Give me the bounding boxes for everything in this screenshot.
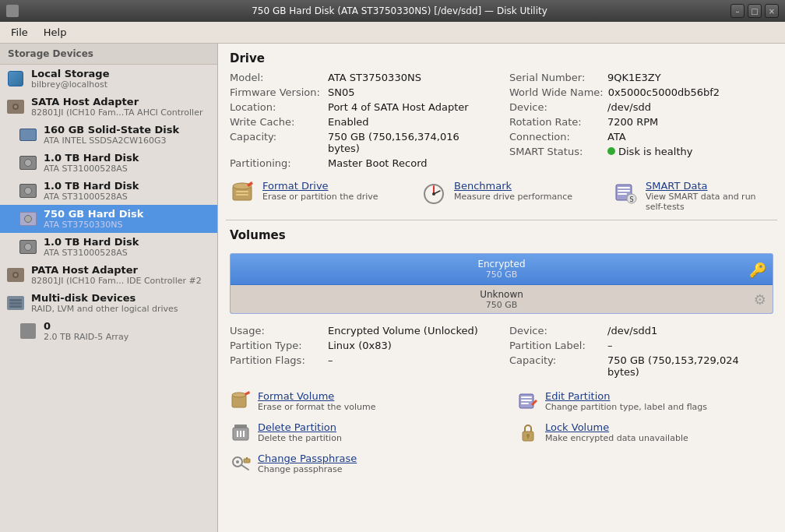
sidebar: Storage Devices Local Storage bilbrey@lo… <box>0 44 218 532</box>
location-value: Port 4 of SATA Host Adapter <box>328 101 469 113</box>
partitioning-label: Partitioning: <box>230 157 323 169</box>
format-volume-title[interactable]: Format Volume <box>258 390 375 402</box>
smart-data-title[interactable]: SMART Data <box>646 180 773 192</box>
format-drive-icon <box>230 180 255 205</box>
partition-label-row: Partition Label: – <box>509 338 773 353</box>
device-label: Device: <box>509 101 603 113</box>
svg-rect-18 <box>618 190 630 192</box>
sidebar-item-multi-disk[interactable]: Multi-disk Devices RAID, LVM and other l… <box>0 289 217 317</box>
edit-partition-action[interactable]: Edit Partition Change partition type, la… <box>517 387 773 415</box>
volume-info-grid: Usage: Encrypted Volume (Unlocked) Parti… <box>218 320 785 384</box>
location-row: Location: Port 4 of SATA Host Adapter <box>230 100 494 115</box>
svg-rect-25 <box>521 396 532 398</box>
ssd-label: 160 GB Solid-State Disk <box>44 124 179 136</box>
format-volume-icon <box>230 390 252 412</box>
delete-partition-title[interactable]: Delete Partition <box>258 421 342 433</box>
sidebar-item-hdd-1tb-2[interactable]: 1.0 TB Hard Disk ATA ST31000528AS <box>0 177 217 205</box>
svg-rect-13 <box>236 194 248 196</box>
rotation-row: Rotation Rate: 7200 RPM <box>509 115 773 129</box>
ssd-icon <box>19 125 37 144</box>
format-drive-title[interactable]: Format Drive <box>262 180 378 192</box>
benchmark-action[interactable]: Benchmark Measure drive performance <box>421 180 582 212</box>
ssd-sublabel: ATA INTEL SSDSA2CW160G3 <box>44 136 179 146</box>
usage-value: Encrypted Volume (Unlocked) <box>328 325 478 336</box>
delete-partition-desc: Delete the partition <box>258 433 342 443</box>
local-storage-text: Local Storage bilbrey@localhost <box>31 68 110 90</box>
vol-device-row: Device: /dev/sdd1 <box>509 323 773 338</box>
titlebar: 750 GB Hard Disk (ATA ST3750330NS) [/dev… <box>0 0 785 22</box>
svg-text:S: S <box>629 196 633 203</box>
device-row: Device: /dev/sdd <box>509 100 773 115</box>
sidebar-item-hdd-750[interactable]: 750 GB Hard Disk ATA ST3750330NS <box>0 205 217 233</box>
hdd-750-sublabel: ATA ST3750330NS <box>44 220 143 230</box>
drive-info-left: Model: ATA ST3750330NS Firmware Version:… <box>230 70 494 171</box>
sidebar-item-raid-0[interactable]: 0 2.0 TB RAID-5 Array <box>0 317 217 345</box>
sidebar-item-ssd-160[interactable]: 160 GB Solid-State Disk ATA INTEL SSDSA2… <box>0 121 217 149</box>
local-storage-label: Local Storage <box>31 68 110 79</box>
multi-disk-icon <box>6 294 25 312</box>
maximize-button[interactable]: □ <box>748 4 762 18</box>
outer-bar-size: 750 GB <box>486 270 518 280</box>
unknown-volume-bar[interactable]: Unknown 750 GB ⚙ <box>231 285 773 313</box>
svg-rect-17 <box>618 187 630 188</box>
sidebar-item-pata-host[interactable]: PATA Host Adapter 82801JI (ICH10 Fam... … <box>0 261 217 289</box>
write-cache-value: Enabled <box>328 116 369 128</box>
benchmark-icon <box>421 180 446 205</box>
hdd-1tb-3-icon <box>19 238 37 256</box>
close-button[interactable]: × <box>765 4 779 18</box>
volumes-section-title: Volumes <box>218 220 785 247</box>
change-passphrase-title[interactable]: Change Passphrase <box>258 453 357 464</box>
partition-type-row: Partition Type: Linux (0x83) <box>230 338 494 353</box>
sidebar-header: Storage Devices <box>0 44 217 65</box>
pata-host-sublabel: 82801JI (ICH10 Fam... IDE Controller #2 <box>31 276 202 286</box>
menu-help[interactable]: Help <box>36 23 75 41</box>
firmware-value: SN05 <box>328 86 355 98</box>
format-drive-action[interactable]: Format Drive Erase or partition the driv… <box>230 180 390 212</box>
pata-host-icon <box>6 266 25 284</box>
lock-volume-action[interactable]: Lock Volume Make encrypted data unavaila… <box>517 418 773 446</box>
wwn-label: World Wide Name: <box>509 86 604 98</box>
svg-rect-19 <box>618 193 627 195</box>
sidebar-item-local-storage[interactable]: Local Storage bilbrey@localhost <box>0 65 217 93</box>
pata-host-label: PATA Host Adapter <box>31 264 202 276</box>
sidebar-item-sata-host[interactable]: SATA Host Adapter 82801JI (ICH10 Fam...T… <box>0 93 217 121</box>
format-volume-action[interactable]: Format Volume Erase or format the volume <box>230 387 486 415</box>
connection-row: Connection: ATA <box>509 129 773 144</box>
change-passphrase-desc: Change passphrase <box>258 464 357 474</box>
edit-partition-desc: Change partition type, label and flags <box>545 402 707 412</box>
raid-sublabel: 2.0 TB RAID-5 Array <box>44 332 128 342</box>
sidebar-item-hdd-1tb-1[interactable]: 1.0 TB Hard Disk ATA ST31000528AS <box>0 149 217 177</box>
connection-label: Connection: <box>509 131 603 143</box>
svg-rect-27 <box>521 403 529 404</box>
svg-rect-26 <box>521 400 532 401</box>
drive-info-right: Serial Number: 9QK1E3ZY World Wide Name:… <box>509 70 773 171</box>
volumes-bar[interactable]: Encrypted 750 GB 🔑 Unknown 750 GB ⚙ <box>230 253 773 314</box>
minimize-button[interactable]: – <box>730 4 745 18</box>
benchmark-title[interactable]: Benchmark <box>454 180 572 192</box>
write-cache-label: Write Cache: <box>230 116 323 128</box>
delete-partition-action[interactable]: Delete Partition Delete the partition <box>230 418 486 446</box>
sidebar-item-hdd-1tb-3[interactable]: 1.0 TB Hard Disk ATA ST31000528AS <box>0 233 217 261</box>
device-value: /dev/sdd <box>607 101 651 113</box>
menu-file[interactable]: File <box>3 23 36 41</box>
smart-data-action[interactable]: S SMART Data View SMART data and run sel… <box>613 180 773 212</box>
content-area: Drive Model: ATA ST3750330NS Firmware Ve… <box>218 44 785 532</box>
model-value: ATA ST3750330NS <box>328 72 421 83</box>
inner-bar-label: Unknown <box>480 289 523 300</box>
change-passphrase-action[interactable]: Change Passphrase Change passphrase <box>230 449 486 477</box>
menubar: File Help <box>0 22 785 44</box>
encrypted-volume-bar[interactable]: Encrypted 750 GB 🔑 <box>231 254 773 285</box>
volume-actions: Format Volume Erase or format the volume <box>218 384 785 482</box>
hdd-1tb-1-sublabel: ATA ST31000528AS <box>44 164 139 174</box>
smart-value: Disk is healthy <box>607 146 692 157</box>
vol-device-value: /dev/sdd1 <box>607 325 657 336</box>
usage-row: Usage: Encrypted Volume (Unlocked) <box>230 323 494 338</box>
lock-volume-title[interactable]: Lock Volume <box>545 421 688 433</box>
svg-point-2 <box>14 105 17 108</box>
connection-value: ATA <box>607 131 626 143</box>
write-cache-row: Write Cache: Enabled <box>230 115 494 129</box>
benchmark-desc: Measure drive performance <box>454 192 572 202</box>
partition-flags-row: Partition Flags: – <box>230 353 494 368</box>
edit-partition-title[interactable]: Edit Partition <box>545 390 707 402</box>
rotation-value: 7200 RPM <box>607 116 658 128</box>
